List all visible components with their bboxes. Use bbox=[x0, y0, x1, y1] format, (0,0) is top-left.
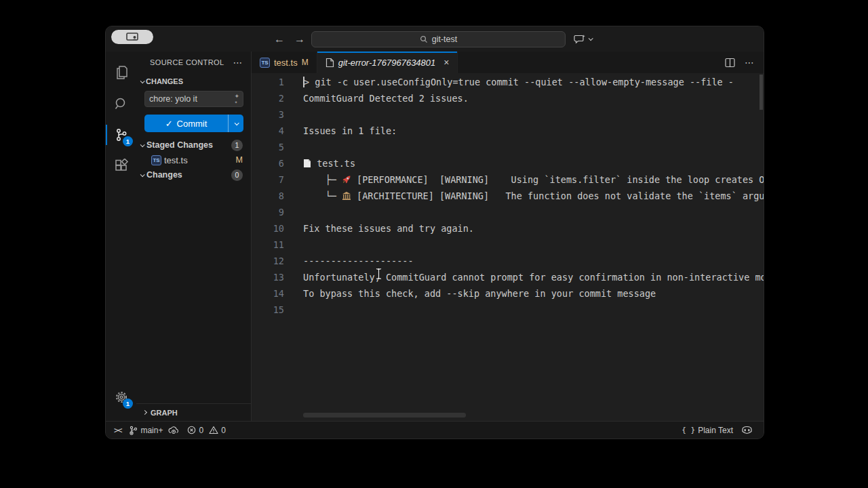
chevron-down-icon bbox=[140, 79, 145, 83]
code-line: 8 └─ [ARCHITECTURE] [WARNING] The functi… bbox=[252, 188, 764, 204]
code-line: 3 bbox=[252, 106, 764, 123]
activity-bar: 1 bbox=[106, 52, 136, 421]
chevron-down-icon bbox=[140, 172, 145, 177]
changes-section-header[interactable]: CHANGES bbox=[136, 73, 251, 89]
more-actions-icon[interactable]: ⋯ bbox=[233, 57, 243, 68]
copilot-icon bbox=[741, 425, 753, 435]
publish-cloud-icon bbox=[168, 426, 179, 434]
problems-indicator[interactable]: 0 0 bbox=[183, 422, 229, 439]
copilot-chevron-down-icon[interactable] bbox=[589, 36, 593, 41]
braces-icon: { } bbox=[682, 426, 695, 434]
editor-pane[interactable]: 1> git -c user.useConfigOnly=true commit… bbox=[252, 73, 764, 421]
title-bar: ← → git-test bbox=[106, 26, 764, 52]
code-line: 4Issues in 1 file: bbox=[252, 123, 764, 139]
remote-icon: >< bbox=[114, 426, 121, 435]
code-line: 1> git -c user.useConfigOnly=true commit… bbox=[252, 74, 764, 90]
ts-file-icon: TS bbox=[151, 155, 161, 165]
code-line: 5 bbox=[252, 139, 764, 155]
staged-changes-label: Staged Changes bbox=[146, 140, 213, 150]
staged-file-row[interactable]: TS test.ts M bbox=[136, 152, 251, 167]
commit-button-group: ✓ Commit bbox=[144, 115, 243, 132]
settings-badge: 1 bbox=[123, 399, 133, 409]
status-bar: >< main+ bbox=[106, 421, 764, 439]
error-count: 0 bbox=[199, 426, 203, 435]
error-icon bbox=[187, 426, 196, 434]
commit-button[interactable]: ✓ Commit bbox=[144, 115, 228, 132]
graph-label: GRAPH bbox=[151, 409, 178, 417]
modified-badge: M bbox=[302, 58, 309, 67]
branch-indicator[interactable]: main+ bbox=[125, 422, 183, 439]
commit-button-label: Commit bbox=[177, 119, 208, 129]
search-icon bbox=[420, 35, 428, 43]
tab-label: test.ts bbox=[274, 58, 298, 68]
warning-icon bbox=[209, 426, 218, 434]
search-icon bbox=[114, 96, 129, 111]
changes-section-label: CHANGES bbox=[146, 77, 183, 85]
close-icon[interactable]: × bbox=[443, 57, 449, 68]
tab-label: git-error-1767967634801 bbox=[338, 58, 436, 68]
rocket-icon bbox=[342, 175, 351, 184]
commit-message-input[interactable]: chore: yolo it ✦✦ bbox=[144, 91, 243, 107]
check-icon: ✓ bbox=[165, 119, 173, 129]
tab-bar: TS test.ts M git-error-1767967634801 × bbox=[252, 52, 764, 73]
changes-count-badge: 0 bbox=[231, 169, 243, 181]
code-line: 14To bypass this check, add --skip anywh… bbox=[252, 285, 764, 302]
staged-changes-header[interactable]: Staged Changes 1 bbox=[136, 138, 251, 152]
nav-forward-icon[interactable]: → bbox=[294, 33, 305, 45]
chevron-down-icon bbox=[140, 142, 145, 147]
graph-section-header[interactable]: GRAPH bbox=[136, 403, 251, 421]
source-control-panel: SOURCE CONTROL ⋯ CHANGES chore: yolo it … bbox=[136, 52, 252, 421]
file-page-icon bbox=[303, 159, 311, 168]
chevron-down-icon bbox=[234, 121, 239, 125]
chevron-right-icon bbox=[142, 410, 147, 415]
code-line: 6 test.ts bbox=[252, 155, 764, 171]
tab-test-ts[interactable]: TS test.ts M bbox=[252, 52, 317, 73]
code-line: 7 ├─ [PERFORMANCE] [WARNING] Using `item… bbox=[252, 171, 764, 188]
remote-indicator[interactable]: >< bbox=[110, 422, 125, 439]
extensions-icon bbox=[114, 159, 129, 174]
language-mode[interactable]: { } Plain Text bbox=[677, 426, 737, 435]
code-line: 15 bbox=[252, 302, 764, 318]
code-line: 12-------------------- bbox=[252, 253, 764, 269]
vscode-window: ← → git-test bbox=[105, 26, 764, 439]
horizontal-scrollbar[interactable] bbox=[303, 413, 466, 418]
sidebar-item-search[interactable] bbox=[106, 88, 136, 119]
changes-label: Changes bbox=[146, 170, 182, 180]
commit-dropdown-button[interactable] bbox=[228, 115, 243, 132]
staged-count-badge: 1 bbox=[231, 140, 243, 151]
panel-title: SOURCE CONTROL bbox=[150, 58, 224, 66]
sidebar-item-explorer[interactable] bbox=[106, 57, 136, 88]
git-branch-icon bbox=[129, 426, 138, 435]
code-line: 11 bbox=[252, 237, 764, 253]
vertical-scrollbar[interactable] bbox=[760, 75, 763, 110]
code-line: 2CommitGuard Detected 2 issues. bbox=[252, 90, 764, 106]
branch-name: main+ bbox=[140, 426, 163, 435]
command-center-search[interactable]: git-test bbox=[311, 31, 566, 47]
tab-git-error[interactable]: git-error-1767967634801 × bbox=[317, 52, 458, 73]
split-editor-icon[interactable] bbox=[725, 58, 735, 68]
warning-count: 0 bbox=[221, 426, 226, 435]
code-line: 10Fix these issues and try again. bbox=[252, 220, 764, 237]
files-icon bbox=[114, 64, 129, 81]
sparkle-icon[interactable]: ✦✦ bbox=[234, 94, 239, 105]
copilot-chat-icon[interactable] bbox=[574, 34, 586, 45]
changes-header[interactable]: Changes 0 bbox=[136, 167, 251, 182]
modified-badge: M bbox=[236, 155, 243, 165]
building-icon bbox=[342, 191, 351, 201]
staged-file-name: test.ts bbox=[164, 155, 188, 165]
code-line: 13Unfortunately, CommitGuard cannot prom… bbox=[252, 269, 764, 285]
sidebar-item-extensions[interactable] bbox=[106, 150, 136, 182]
screen-share-icon bbox=[126, 33, 138, 41]
screen-share-pill[interactable] bbox=[111, 30, 153, 44]
more-actions-icon[interactable]: ⋯ bbox=[745, 57, 754, 68]
file-icon bbox=[326, 58, 334, 68]
commit-message-value: chore: yolo it bbox=[149, 94, 197, 104]
manage-settings[interactable]: 1 bbox=[106, 382, 136, 413]
copilot-status[interactable] bbox=[737, 425, 757, 435]
screen: ← → git-test bbox=[0, 0, 868, 488]
ts-file-icon: TS bbox=[260, 58, 270, 68]
nav-back-icon[interactable]: ← bbox=[274, 33, 285, 45]
search-value: git-test bbox=[432, 35, 458, 44]
code-line: 9 bbox=[252, 204, 764, 220]
sidebar-item-source-control[interactable]: 1 bbox=[106, 119, 136, 150]
